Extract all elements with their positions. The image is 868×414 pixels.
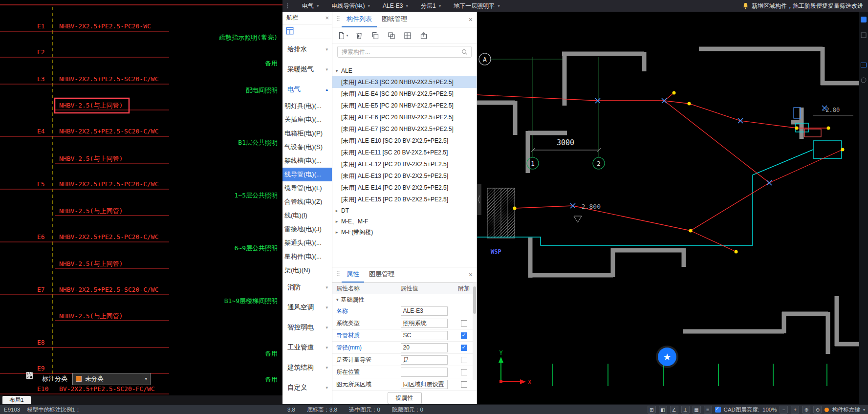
- new-component-button[interactable]: ▾: [337, 30, 349, 42]
- delete-component-button[interactable]: [353, 30, 365, 42]
- batch-select-button[interactable]: [402, 30, 413, 42]
- tab-properties[interactable]: 属性: [342, 267, 364, 283]
- copy-component-button[interactable]: [369, 30, 381, 42]
- snap-grid-toggle[interactable]: ⊞: [648, 406, 656, 414]
- tree-item[interactable]: [未用] ALE-E15 [PC 20 BV-2X2.5+PE2.5]: [332, 194, 477, 205]
- circuit-spec[interactable]: NHBV-2X2.5+PE2.5-PC20-C/WC: [59, 180, 159, 188]
- nav-category-low-voltage[interactable]: 智控弱电▾: [282, 317, 332, 337]
- strip-tool-icon[interactable]: [861, 31, 867, 40]
- paste-annotation-button[interactable]: [205, 373, 217, 385]
- close-icon[interactable]: ×: [325, 14, 329, 22]
- circuit-spec[interactable]: BV-2X2.5+PE2.5-SC20-FC/WC: [59, 385, 155, 392]
- attach-checkbox[interactable]: [461, 357, 467, 363]
- nav-category-industrial-piping[interactable]: 工业管道▾: [282, 337, 332, 357]
- close-icon[interactable]: ×: [469, 16, 473, 23]
- export-component-button[interactable]: [418, 30, 430, 42]
- nav-item-wire-conduit[interactable]: 线导管(电)(...: [282, 168, 332, 181]
- attach-checkbox[interactable]: [461, 381, 467, 388]
- circuit-spec[interactable]: NHBV-2.5(与上同管): [59, 260, 123, 268]
- property-group-basic[interactable]: ▾ 基础属性: [332, 294, 477, 305]
- tree-item[interactable]: [未用] ALE-E6 [PC 20 NHBV-2X2.5+PE2.5]: [332, 111, 477, 123]
- nav-item-supports[interactable]: 架(电)(N): [282, 263, 332, 277]
- circuit-spec[interactable]: NHBV-2.5(与上同管): [59, 154, 123, 163]
- snap-angle-toggle[interactable]: ∠: [670, 406, 678, 414]
- nav-item-cable-trays[interactable]: 架线槽(电)(...: [282, 154, 332, 168]
- tree-item[interactable]: [未用] ALE-E10 [SC 20 BV-2X2.5+PE2.5]: [332, 135, 477, 147]
- nav-category-fire[interactable]: 消防▾: [282, 277, 332, 297]
- strip-active-tool-icon[interactable]: [861, 16, 867, 24]
- zoom-out-button[interactable]: ⊖: [813, 406, 822, 414]
- snap-ortho-toggle[interactable]: ⊥: [681, 406, 690, 414]
- nav-category-heating-gas[interactable]: 采暖燃气▾: [282, 59, 332, 79]
- circuit-spec[interactable]: NHBV-2X2.5+PE2.5-PC20-WC: [59, 22, 151, 30]
- tree-item[interactable]: [未用] ALE-E3 [SC 20 NHBV-2X2.5+PE2.5]: [332, 76, 477, 88]
- nav-item-lightning-grounding[interactable]: 雷接地(电)(J): [282, 222, 332, 236]
- nav-item-electrical-equipment[interactable]: 气设备(电)(S): [282, 140, 332, 154]
- nav-category-plumbing[interactable]: 给排水▾: [282, 39, 332, 59]
- tree-item[interactable]: [未用] ALE-E4 [SC 20 NHBV-2X2.5+PE2.5]: [332, 88, 477, 100]
- tree-item[interactable]: [未用] ALE-E13 [PC 20 BV-2X2.5+PE2.5]: [332, 170, 477, 182]
- edit-annotation-button[interactable]: [155, 373, 167, 385]
- move-annotation-button[interactable]: [172, 373, 184, 385]
- floor-plan-canvas[interactable]: A 1 2 3000 -2.800 -2.80 WSP Y X: [477, 12, 859, 404]
- snap-half-toggle[interactable]: ◧: [659, 406, 667, 414]
- circuit-spec[interactable]: NHBV-2X2.5+PE2.5-SC20-C/WC: [59, 286, 159, 293]
- nav-item-cable-conduit[interactable]: 缆导管(电)(L): [282, 181, 332, 195]
- nav-item-tray-fittings[interactable]: 架通头(电)(...: [282, 236, 332, 250]
- property-value-input[interactable]: [401, 355, 448, 365]
- circuit-spec-selected[interactable]: NHBV-2.5(与上同管): [59, 101, 123, 110]
- component-search-box[interactable]: [337, 46, 472, 58]
- system-diagram-canvas[interactable]: E1 NHBV-2X2.5+PE2.5-PC20-WC 疏散指示照明(常亮) E…: [0, 0, 282, 395]
- tree-group-ale[interactable]: ▾ ALE: [332, 65, 477, 76]
- brightness-decrease-button[interactable]: −: [780, 406, 788, 414]
- tree-group-mf-attic[interactable]: ▸ M-F(带阁楼): [332, 227, 477, 238]
- annotation-category-dropdown[interactable]: 未分类 ▾: [72, 373, 151, 385]
- nav-category-hvac[interactable]: 通风空调▾: [282, 297, 332, 317]
- property-value-input[interactable]: [401, 306, 448, 316]
- notification-banner[interactable]: 新增区域构件，施工阶段便捷提量筛选改进: [742, 2, 863, 10]
- panel-collapse-handle[interactable]: [477, 184, 481, 215]
- nav-item-lighting-fixtures[interactable]: 明灯具(电)(...: [282, 99, 332, 113]
- property-scrollbar[interactable]: [473, 283, 477, 380]
- nav-item-lines[interactable]: 线(电)(I): [282, 209, 332, 222]
- cad-layer-checkbox[interactable]: [715, 407, 721, 413]
- brightness-increase-button[interactable]: +: [791, 406, 799, 414]
- attach-checkbox[interactable]: [461, 320, 467, 327]
- strip-circle-icon[interactable]: [861, 76, 867, 85]
- circuit-spec[interactable]: NHBV-2X2.5+PE2.5-PC20-C/WC: [59, 233, 159, 240]
- nav-category-electrical[interactable]: 电气▴: [282, 79, 332, 99]
- strip-select-icon[interactable]: [861, 61, 867, 69]
- nav-item-misc-components[interactable]: 星构件(电)(...: [282, 250, 332, 263]
- nav-item-panel-cabinets[interactable]: 电箱柜(电)(P): [282, 127, 332, 140]
- property-value-input[interactable]: [401, 368, 448, 377]
- extract-properties-button[interactable]: 提属性: [388, 392, 422, 404]
- layer-copy-button[interactable]: [386, 30, 397, 42]
- tree-item[interactable]: [未用] ALE-E14 [PC 20 BV-2X2.5+PE2.5]: [332, 182, 477, 194]
- component-type-dropdown[interactable]: 电线导管(电)▾: [332, 2, 370, 10]
- assistant-star-button[interactable]: ★: [658, 348, 676, 366]
- snap-hatch-toggle[interactable]: ▦: [693, 406, 701, 414]
- layer-dropdown[interactable]: 分层1▾: [421, 2, 441, 10]
- snap-list-toggle[interactable]: ≡: [704, 406, 712, 414]
- nav-view-icon[interactable]: [285, 26, 294, 37]
- tree-item[interactable]: [未用] ALE-E5 [PC 20 NHBV-2X2.5+PE2.5]: [332, 100, 477, 111]
- circuit-spec[interactable]: NHBV-2X2.5+PE2.5-SC20-C/WC: [59, 75, 159, 83]
- layout-tab[interactable]: 布局1: [2, 396, 31, 404]
- property-value-input[interactable]: [401, 343, 448, 352]
- tree-item[interactable]: [未用] ALE-E7 [SC 20 NHBV-2X2.5+PE2.5]: [332, 123, 477, 135]
- circuit-spec[interactable]: NHBV-2.5(与上同管): [59, 312, 123, 321]
- attach-checkbox[interactable]: [461, 369, 467, 375]
- nav-category-custom[interactable]: 自定义▾: [282, 377, 332, 397]
- tab-component-list[interactable]: 构件列表: [342, 12, 377, 27]
- drag-grip-icon[interactable]: [336, 15, 340, 24]
- property-value-input[interactable]: [401, 380, 448, 389]
- attach-checkbox[interactable]: [461, 332, 467, 339]
- nav-item-switch-sockets[interactable]: 关插座(电)(...: [282, 113, 332, 127]
- drag-grip-icon[interactable]: [336, 270, 340, 279]
- close-icon[interactable]: ×: [469, 271, 473, 279]
- circuit-spec[interactable]: NHBV-2.5(与上同管): [59, 207, 123, 216]
- property-value-input[interactable]: [401, 331, 448, 340]
- copy-annotation-button[interactable]: [189, 373, 200, 385]
- tab-layer-management[interactable]: 图层管理: [364, 267, 399, 283]
- tree-group-dt[interactable]: ▸ DT: [332, 205, 477, 216]
